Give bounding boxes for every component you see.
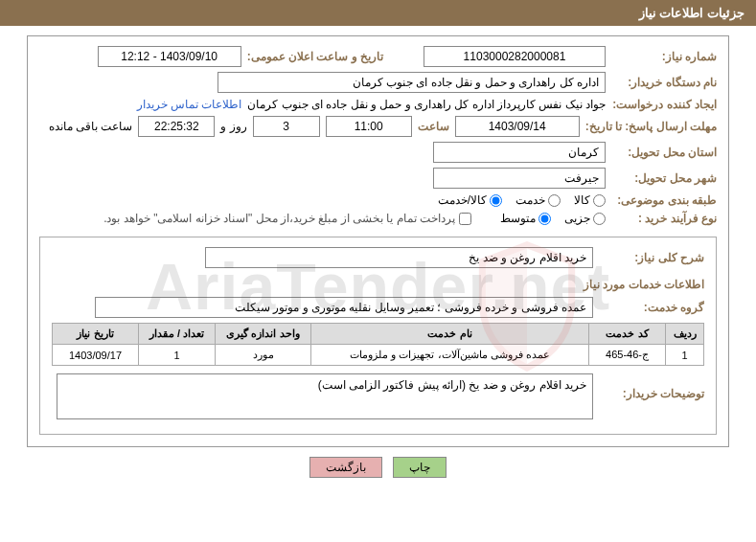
td-qty: 1 <box>139 345 216 366</box>
requester-label: ایجاد کننده درخواست: <box>611 98 717 111</box>
countdown-value: 22:25:32 <box>138 116 215 137</box>
buyer-notes-box: خرید اقلام روغن و ضد یخ (ارائه پیش فاکتو… <box>57 373 593 419</box>
category-label: طبقه بندی موضوعی: <box>611 193 717 207</box>
td-date: 1403/09/17 <box>53 345 139 366</box>
radio-kala[interactable]: کالا <box>574 193 606 207</box>
radio-medium-label: متوسط <box>500 212 536 225</box>
requester-value: جواد نیک نفس کارپرداز اداره کل راهداری و… <box>247 98 606 111</box>
need-number-value: 1103000282000081 <box>424 46 606 67</box>
city-value: جیرفت <box>433 168 606 189</box>
service-table: ردیف کد خدمت نام خدمت واحد اندازه گیری ت… <box>52 323 704 366</box>
radio-partial-label: جزیی <box>564 212 590 225</box>
th-qty: تعداد / مقدار <box>139 324 216 345</box>
payment-note-checkbox-input[interactable] <box>459 213 471 225</box>
desc-label: شرح کلی نیاز: <box>599 251 704 264</box>
td-unit: مورد <box>216 345 311 366</box>
table-header-row: ردیف کد خدمت نام خدمت واحد اندازه گیری ت… <box>53 324 704 345</box>
services-section-title: اطلاعات خدمات مورد نیاز <box>52 278 704 291</box>
need-number-label: شماره نیاز: <box>611 50 717 63</box>
buyer-notes-label: توضیحات خریدار: <box>599 373 704 400</box>
th-name: نام خدمت <box>311 324 589 345</box>
th-row: ردیف <box>666 324 704 345</box>
province-label: استان محل تحویل: <box>611 146 717 159</box>
buyer-org-value: اداره کل راهداری و حمل و نقل جاده ای جنو… <box>218 72 606 93</box>
announce-label: تاریخ و ساعت اعلان عمومی: <box>247 50 383 63</box>
deadline-time-label: ساعت <box>418 120 449 133</box>
page-header: جزئیات اطلاعات نیاز <box>0 0 756 26</box>
service-group-label: گروه خدمت: <box>599 301 704 314</box>
countdown-label: ساعت باقی مانده <box>49 120 133 133</box>
category-radio-group: کالا خدمت کالا/خدمت <box>438 193 606 207</box>
table-row: 1 ج-46-465 عمده فروشی ماشین‌آلات، تجهیزا… <box>53 345 704 366</box>
deadline-label: مهلت ارسال پاسخ: تا تاریخ: <box>585 120 717 133</box>
th-unit: واحد اندازه گیری <box>216 324 311 345</box>
service-group-value: عمده فروشی و خرده فروشی ؛ تعمیر وسایل نق… <box>95 297 593 318</box>
process-label: نوع فرآیند خرید : <box>611 212 717 225</box>
radio-kala-khadmat-label: کالا/خدمت <box>438 193 487 207</box>
print-button[interactable]: چاپ <box>393 457 447 478</box>
radio-kala-label: کالا <box>574 193 590 207</box>
process-radio-group: جزیی متوسط <box>500 212 606 225</box>
radio-kala-input[interactable] <box>593 194 606 207</box>
radio-partial[interactable]: جزیی <box>564 212 606 225</box>
radio-partial-input[interactable] <box>593 213 606 225</box>
main-details-frame: شماره نیاز: 1103000282000081 تاریخ و ساع… <box>27 35 729 447</box>
days-remaining-value: 3 <box>253 116 320 137</box>
announce-value: 1403/09/10 - 12:12 <box>98 46 241 67</box>
button-row: چاپ بازگشت <box>0 457 756 478</box>
page-title: جزئیات اطلاعات نیاز <box>639 6 745 20</box>
radio-kala-khadmat-input[interactable] <box>490 194 502 207</box>
buyer-org-label: نام دستگاه خریدار: <box>611 76 717 89</box>
payment-note-checkbox[interactable]: پرداخت تمام یا بخشی از مبلغ خرید،از محل … <box>103 212 471 225</box>
td-name: عمده فروشی ماشین‌آلات، تجهیزات و ملزومات <box>311 345 589 366</box>
desc-value: خرید اقلام روغن و ضد یخ <box>205 247 593 268</box>
radio-medium[interactable]: متوسط <box>500 212 551 225</box>
radio-khadamat[interactable]: خدمت <box>515 193 561 207</box>
days-and-label: روز و <box>220 120 246 133</box>
radio-khadamat-input[interactable] <box>548 194 561 207</box>
city-label: شهر محل تحویل: <box>611 171 717 185</box>
radio-medium-input[interactable] <box>538 213 551 225</box>
back-button[interactable]: بازگشت <box>309 457 382 478</box>
buyer-contact-link[interactable]: اطلاعات تماس خریدار <box>137 98 242 111</box>
th-date: تاریخ نیاز <box>53 324 139 345</box>
td-code: ج-46-465 <box>589 345 666 366</box>
services-subframe: شرح کلی نیاز: خرید اقلام روغن و ضد یخ اط… <box>39 237 717 435</box>
deadline-time-value: 11:00 <box>326 116 412 137</box>
radio-kala-khadmat[interactable]: کالا/خدمت <box>438 193 502 207</box>
td-row: 1 <box>666 345 704 366</box>
th-code: کد خدمت <box>589 324 666 345</box>
province-value: کرمان <box>433 142 606 163</box>
radio-khadamat-label: خدمت <box>515 193 545 207</box>
payment-note-text: پرداخت تمام یا بخشی از مبلغ خرید،از محل … <box>103 212 455 225</box>
deadline-date-value: 1403/09/14 <box>455 116 580 137</box>
